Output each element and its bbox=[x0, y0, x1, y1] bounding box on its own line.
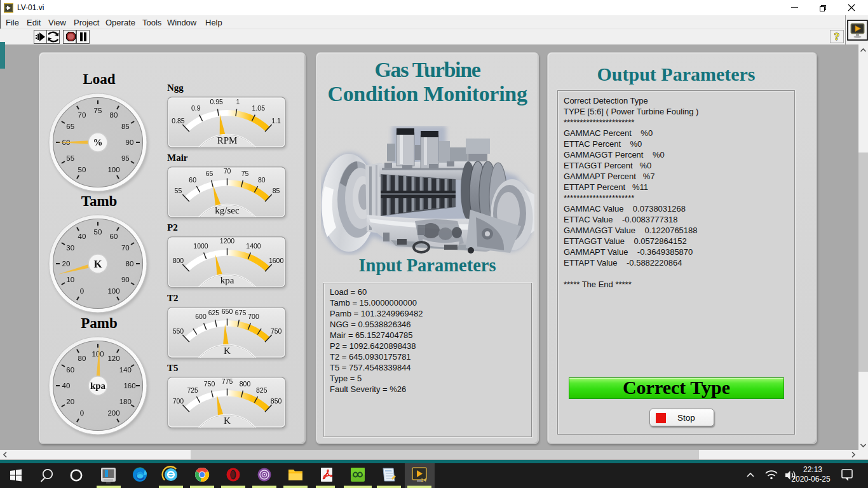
svg-text:70: 70 bbox=[224, 167, 231, 175]
svg-text:60: 60 bbox=[110, 233, 118, 240]
svg-text:85: 85 bbox=[121, 123, 130, 130]
svg-text:60: 60 bbox=[66, 366, 74, 374]
svg-text:kpa: kpa bbox=[90, 381, 106, 391]
svg-text:1600: 1600 bbox=[269, 257, 284, 264]
svg-text:%: % bbox=[93, 137, 103, 147]
svg-text:K: K bbox=[224, 416, 231, 426]
svg-text:1000: 1000 bbox=[193, 242, 208, 250]
svg-text:600: 600 bbox=[195, 313, 207, 320]
svg-text:85: 85 bbox=[273, 187, 280, 194]
svg-text:30: 30 bbox=[66, 244, 74, 252]
svg-text:K: K bbox=[224, 346, 231, 356]
svg-text:K: K bbox=[93, 258, 102, 270]
svg-text:80: 80 bbox=[126, 260, 134, 268]
svg-text:160: 160 bbox=[123, 382, 135, 390]
svg-text:550: 550 bbox=[173, 327, 184, 335]
svg-text:kg/sec: kg/sec bbox=[215, 205, 240, 215]
svg-text:90: 90 bbox=[126, 139, 134, 146]
svg-text:10: 10 bbox=[66, 276, 74, 283]
svg-text:825: 825 bbox=[256, 386, 268, 394]
svg-text:675: 675 bbox=[235, 309, 247, 316]
svg-text:90: 90 bbox=[121, 276, 130, 283]
svg-text:0.9: 0.9 bbox=[191, 104, 201, 112]
svg-text:55: 55 bbox=[66, 154, 74, 162]
svg-text:55: 55 bbox=[175, 187, 182, 194]
svg-text:0: 0 bbox=[80, 409, 84, 417]
svg-text:700: 700 bbox=[248, 313, 259, 320]
svg-text:120: 120 bbox=[107, 355, 119, 362]
svg-text:50: 50 bbox=[78, 166, 86, 173]
svg-text:100: 100 bbox=[92, 350, 104, 358]
svg-text:70: 70 bbox=[121, 244, 130, 252]
svg-text:20: 20 bbox=[66, 398, 74, 405]
svg-text:750: 750 bbox=[204, 380, 215, 388]
svg-text:725: 725 bbox=[187, 386, 198, 394]
svg-text:0: 0 bbox=[80, 287, 84, 295]
svg-text:60: 60 bbox=[189, 176, 196, 184]
svg-text:100: 100 bbox=[107, 287, 119, 295]
svg-text:800: 800 bbox=[240, 380, 251, 388]
svg-text:80: 80 bbox=[110, 111, 118, 119]
svg-text:50: 50 bbox=[94, 228, 102, 236]
svg-text:100: 100 bbox=[107, 166, 119, 173]
svg-text:800: 800 bbox=[173, 257, 184, 264]
svg-text:80: 80 bbox=[258, 176, 266, 184]
svg-text:95: 95 bbox=[121, 154, 130, 162]
svg-text:1.05: 1.05 bbox=[252, 104, 266, 112]
svg-text:700: 700 bbox=[173, 397, 184, 405]
svg-text:?: ? bbox=[834, 30, 840, 43]
svg-text:20: 20 bbox=[62, 260, 71, 268]
svg-text:40: 40 bbox=[78, 233, 86, 240]
svg-text:625: 625 bbox=[208, 309, 220, 316]
svg-text:140: 140 bbox=[119, 366, 132, 374]
svg-text:850: 850 bbox=[271, 397, 282, 405]
svg-text:65: 65 bbox=[66, 123, 74, 130]
svg-text:750: 750 bbox=[271, 327, 282, 335]
svg-text:80: 80 bbox=[78, 355, 86, 362]
svg-text:1200: 1200 bbox=[220, 237, 235, 245]
svg-text:75: 75 bbox=[94, 107, 102, 114]
svg-text:1400: 1400 bbox=[246, 242, 261, 250]
svg-text:180: 180 bbox=[119, 398, 132, 405]
svg-text:65: 65 bbox=[206, 170, 214, 177]
svg-text:75: 75 bbox=[241, 170, 249, 177]
svg-text:kpa: kpa bbox=[220, 275, 234, 285]
svg-text:650: 650 bbox=[222, 308, 233, 315]
svg-text:0.95: 0.95 bbox=[210, 98, 223, 105]
svg-text:1.1: 1.1 bbox=[271, 117, 281, 125]
svg-text:0.85: 0.85 bbox=[172, 117, 185, 125]
svg-text:775: 775 bbox=[222, 377, 233, 385]
svg-text:14: 14 bbox=[421, 477, 426, 483]
svg-text:200: 200 bbox=[107, 409, 119, 417]
svg-text:70: 70 bbox=[78, 111, 86, 119]
svg-text:40: 40 bbox=[62, 382, 71, 390]
svg-text:1: 1 bbox=[236, 98, 240, 105]
svg-text:RPM: RPM bbox=[217, 135, 238, 146]
